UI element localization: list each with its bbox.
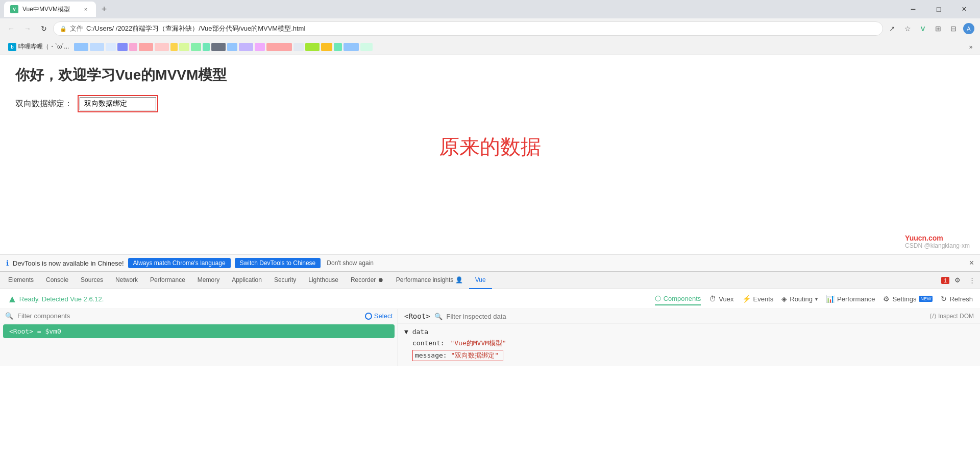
bookmark-block-7[interactable]	[155, 43, 169, 51]
devtools-settings-button[interactable]: ⚙	[951, 274, 964, 287]
vue-routing-button[interactable]: ◈ Routing ▾	[781, 295, 818, 303]
switch-devtools-button[interactable]: Switch DevTools to Chinese	[235, 258, 321, 268]
vue-left-panel: 🔍 Select <Root> = $vm0	[0, 309, 398, 366]
tab-recorder[interactable]: Recorder ⏺	[345, 272, 390, 289]
tab-performance-insights[interactable]: Performance insights 👤	[390, 272, 469, 289]
data-key-content: content:	[412, 339, 445, 347]
root-component-item[interactable]: <Root> = $vm0	[3, 324, 395, 338]
bookmark-block-10[interactable]	[191, 43, 201, 51]
minimize-button[interactable]: −	[901, 0, 925, 18]
close-window-button[interactable]: ×	[952, 0, 976, 18]
error-count-badge[interactable]: 1	[941, 277, 949, 284]
bookmark-block-8[interactable]	[170, 43, 178, 51]
protocol-label: 文件	[70, 24, 83, 33]
bookmark-block-14[interactable]	[239, 43, 253, 51]
notification-close-button[interactable]: ×	[969, 258, 974, 268]
bookmark-block-22[interactable]	[360, 43, 373, 51]
tab-close-button[interactable]: ×	[82, 5, 90, 13]
filter-data-icon: 🔍	[434, 313, 443, 320]
bookmark-block-9[interactable]	[179, 43, 189, 51]
vue-extension-button[interactable]: V	[916, 21, 930, 36]
bookmark-block-16[interactable]	[266, 43, 292, 51]
vue-events-button[interactable]: ⚡ Events	[742, 295, 774, 303]
bookmark-block-4[interactable]	[117, 43, 128, 51]
vue-components-button[interactable]: ⬡ Components	[655, 292, 701, 305]
tab-title: Vue中MVVM模型	[22, 5, 78, 14]
inspect-dom-button[interactable]: ⟨/⟩ Inspect DOM	[929, 313, 974, 320]
routing-label: Routing	[790, 295, 813, 303]
watermark-site: Yuucn.com	[905, 234, 970, 242]
bookmark-block-17[interactable]	[293, 43, 304, 51]
vue-logo-icon: ▲	[7, 293, 17, 305]
memory-tab-label: Memory	[198, 276, 219, 283]
extensions-button[interactable]: ⊞	[931, 21, 945, 36]
refresh-button[interactable]: ↻	[37, 21, 51, 36]
maximize-button[interactable]: □	[927, 0, 950, 18]
bookmark-bilibili[interactable]: b 哔哩哔哩（・`ω´...	[4, 41, 73, 52]
forward-button[interactable]: →	[20, 21, 35, 36]
bookmark-block-18[interactable]	[305, 43, 320, 51]
vue-right-panel: <Root> 🔍 ⟨/⟩ Inspect DOM ▼ data content:…	[398, 309, 980, 366]
tab-elements[interactable]: Elements	[2, 272, 40, 289]
devtools-more-button[interactable]: ⋮	[966, 274, 978, 287]
always-match-chrome-button[interactable]: Always match Chrome's language	[128, 258, 231, 268]
tab-security[interactable]: Security	[268, 272, 302, 289]
recorder-tab-label: Recorder ⏺	[351, 276, 384, 283]
tab-lighthouse[interactable]: Lighthouse	[302, 272, 345, 289]
bookmark-block-13[interactable]	[227, 43, 237, 51]
active-tab[interactable]: V Vue中MVVM模型 ×	[4, 2, 96, 17]
vue-status-text: Ready. Detected Vue 2.6.12.	[19, 295, 104, 303]
bookmark-block-5[interactable]	[129, 43, 137, 51]
bookmarks-more-button[interactable]: »	[966, 42, 976, 52]
address-bar: ← → ↻ 🔒 文件 C:/Users/ /2022前端学习（查漏补缺）/Vue…	[0, 18, 980, 39]
vue-vuex-button[interactable]: ⏱ Vuex	[709, 295, 733, 303]
file-protocol-icon: 🔒	[60, 26, 67, 32]
sidebar-button[interactable]: ⊟	[946, 21, 961, 36]
tab-performance[interactable]: Performance	[144, 272, 191, 289]
tab-favicon: V	[10, 5, 18, 13]
component-filter-input[interactable]	[17, 312, 361, 320]
back-button[interactable]: ←	[4, 21, 18, 36]
data-key-message: message:	[415, 351, 447, 359]
center-text: 原来的数据	[15, 133, 965, 161]
devtools-notification: ℹ DevTools is now available in Chinese! …	[0, 254, 980, 271]
binding-input[interactable]	[80, 97, 156, 110]
tab-console[interactable]: Console	[40, 272, 75, 289]
bookmark-block-11[interactable]	[203, 43, 210, 51]
browser-chrome: V Vue中MVVM模型 × + − □ × ← → ↻ 🔒 文件 C:/Use…	[0, 0, 980, 55]
bookmark-block-6[interactable]	[139, 43, 153, 51]
url-bar[interactable]: 🔒 文件 C:/Users/ /2022前端学习（查漏补缺）/Vue部分代码/v…	[53, 21, 883, 36]
bookmark-block-19[interactable]	[321, 43, 332, 51]
vue-performance-button[interactable]: 📊 Performance	[826, 295, 875, 303]
bookmarks-bar: b 哔哩哔哩（・`ω´... »	[0, 39, 980, 55]
share-button[interactable]: ↗	[885, 21, 899, 36]
bookmark-block-12[interactable]	[211, 43, 226, 51]
data-section-label: data	[412, 328, 428, 336]
profile-button[interactable]: A	[962, 21, 976, 36]
data-expand-arrow[interactable]: ▼	[404, 328, 408, 336]
dont-show-again-button[interactable]: Don't show again	[327, 259, 374, 267]
bookmark-block-3[interactable]	[106, 43, 116, 51]
components-icon: ⬡	[655, 294, 661, 302]
bookmark-block-20[interactable]	[334, 43, 342, 51]
bilibili-label: 哔哩哔哩（・`ω´...	[18, 42, 69, 51]
tab-memory[interactable]: Memory	[191, 272, 226, 289]
bookmark-block-2[interactable]	[90, 43, 104, 51]
select-button[interactable]: Select	[365, 312, 393, 320]
bookmark-block-1[interactable]	[74, 43, 88, 51]
tab-network[interactable]: Network	[109, 272, 144, 289]
console-tab-label: Console	[46, 276, 68, 283]
bookmark-block-21[interactable]	[344, 43, 359, 51]
vue-plugin-header: ▲ Ready. Detected Vue 2.6.12. ⬡ Componen…	[0, 289, 980, 309]
bookmark-button[interactable]: ☆	[900, 21, 915, 36]
vue-refresh-button[interactable]: ↻ Refresh	[941, 295, 973, 303]
filter-data-input[interactable]	[447, 313, 926, 320]
tab-application[interactable]: Application	[226, 272, 268, 289]
vue-settings-button[interactable]: ⚙ Settings new	[883, 295, 933, 303]
tab-vue[interactable]: Vue	[469, 272, 492, 289]
notification-text: DevTools is now available in Chinese!	[13, 259, 124, 267]
bookmark-block-15[interactable]	[255, 43, 265, 51]
tab-sources[interactable]: Sources	[75, 272, 109, 289]
security-tab-label: Security	[274, 276, 296, 283]
new-tab-button[interactable]: +	[97, 2, 111, 16]
